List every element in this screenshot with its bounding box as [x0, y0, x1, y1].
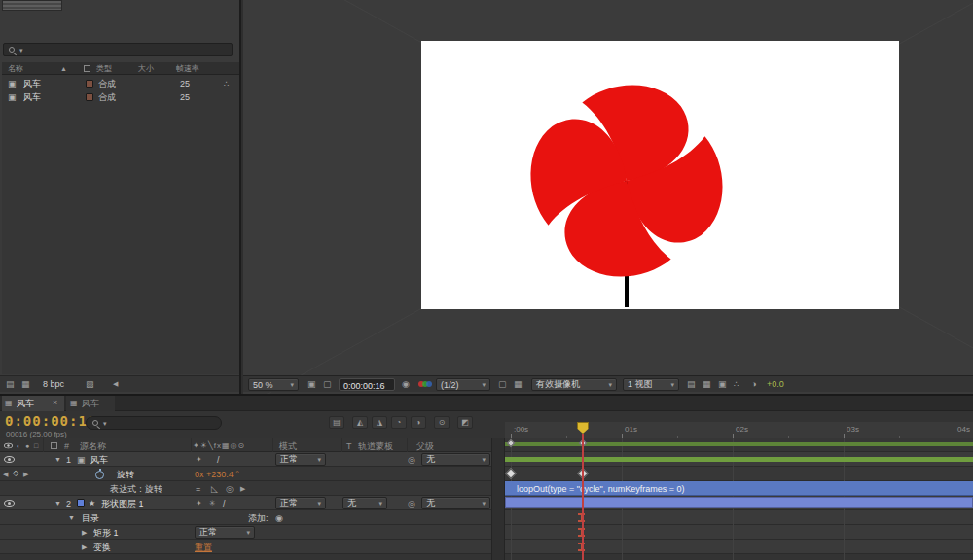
col-type[interactable]: 类型 — [96, 65, 112, 73]
group-label[interactable]: 矩形 1 — [93, 529, 119, 538]
track-matte-dropdown[interactable]: 无 ▾ — [342, 497, 387, 509]
lock-column-icon[interactable]: □ — [34, 442, 38, 449]
current-timecode[interactable]: 0:00:00:16 — [5, 414, 96, 428]
reset-link[interactable]: 重置 — [195, 543, 212, 552]
expression-enable-icon[interactable]: = — [196, 485, 200, 494]
visibility-toggle[interactable] — [4, 456, 15, 463]
expression-pickwhip-icon[interactable]: ◎ — [226, 485, 234, 494]
group-row-contents[interactable]: ▼ 目录 添加: ◉ — [0, 510, 494, 525]
auto-keyframe-icon[interactable]: ⊙ — [434, 416, 450, 429]
quality-switch-icon[interactable]: / — [223, 500, 226, 508]
property-row-expression[interactable]: 表达式：旋转 = ◺ ◎ ▶ — [0, 481, 494, 496]
layer-switches-header[interactable]: ✦☀╲fx▦◎⊙ — [193, 442, 245, 450]
property-label[interactable]: 旋转 — [117, 471, 134, 479]
group-row-transform[interactable]: ▶ 变换 重置 — [0, 540, 494, 554]
snapshot-icon[interactable]: ◉ — [402, 380, 410, 389]
col-source-name[interactable]: 源名称 — [80, 442, 106, 451]
zoom-dropdown[interactable]: 50 % ▾ — [248, 378, 299, 391]
tab-comp-active[interactable]: ▦ 风车 × — [2, 396, 64, 411]
label-column-icon[interactable] — [84, 65, 90, 72]
expression-graph-icon[interactable]: ◺ — [211, 485, 218, 494]
region-of-interest-icon[interactable]: ▢ — [498, 380, 507, 389]
layer-row-comp[interactable]: ▼ 1 ▣ 风车 ✦ / 正常 ▾ ◎ 无 ▾ — [0, 452, 494, 467]
keyframe-add-icon[interactable]: ◇ — [13, 470, 18, 477]
twirl-open-icon[interactable]: ▼ — [54, 456, 61, 463]
solo-column-icon[interactable]: ● — [25, 442, 29, 449]
twirl-open-icon[interactable]: ▼ — [54, 500, 61, 507]
project-item-row[interactable]: ▣ 风车 合成 25 ∴ — [2, 77, 239, 90]
parent-pickwhip-icon[interactable]: ◎ — [408, 500, 415, 508]
project-item-row[interactable]: ▣ 风车 合成 25 — [2, 90, 239, 104]
timeline-button-icon[interactable]: ▣ — [718, 380, 727, 389]
layer-name[interactable]: 形状图层 1 — [101, 500, 144, 508]
timeline-search[interactable]: ▾ — [86, 416, 222, 430]
blend-mode-dropdown[interactable]: 正常 ▾ — [275, 453, 326, 466]
collapse-switch-icon[interactable]: ✦ — [196, 500, 202, 508]
frame-blend-icon[interactable]: ◔ — [391, 416, 407, 429]
exposure-icon[interactable]: ◑ — [751, 380, 756, 389]
flowchart-button-icon[interactable]: ∴ — [734, 380, 739, 389]
pixel-aspect-icon[interactable]: ▤ — [687, 380, 696, 389]
rotation-value[interactable]: 0x +230.4 ° — [195, 471, 239, 479]
label-swatch[interactable] — [86, 80, 93, 88]
eye-column-icon[interactable] — [4, 443, 13, 449]
col-name[interactable]: 名称 — [8, 65, 23, 73]
tab-close-button[interactable]: × — [53, 399, 57, 407]
expression-bar[interactable]: loopOut(type = "cycle", numKeyframes = 0… — [505, 481, 973, 496]
current-time-indicator-line[interactable] — [582, 434, 584, 560]
viewer-timecode[interactable]: 0:00:00:16 — [339, 378, 395, 391]
twirl-open-icon[interactable]: ▼ — [68, 514, 75, 521]
tab-comp-inactive[interactable]: ▦ 风车 — [66, 396, 115, 411]
shy-layers-icon[interactable]: ◮ — [372, 416, 387, 429]
parent-pickwhip-icon[interactable]: ◎ — [408, 456, 415, 465]
resolution-dropdown[interactable]: (1/2) ▾ — [436, 378, 490, 391]
search-dropdown-icon[interactable]: ▾ — [103, 420, 107, 427]
new-folder-icon[interactable]: ▦ — [21, 380, 30, 389]
col-number[interactable]: # — [64, 442, 69, 451]
parent-dropdown[interactable]: 无 ▾ — [421, 453, 490, 466]
twirl-closed-icon[interactable]: ▶ — [82, 529, 87, 536]
group-row-rectangle[interactable]: ▶ 矩形 1 正常 ▾ — [0, 525, 494, 540]
search-dropdown-icon[interactable]: ▾ — [19, 47, 23, 53]
transparency-grid-icon[interactable]: ▦ — [514, 380, 523, 389]
bpc-button[interactable]: 8 bpc — [43, 380, 64, 389]
group-label[interactable]: 目录 — [82, 514, 99, 523]
layer-row-shape[interactable]: ▼ 2 ★ 形状图层 1 ✦ ✳ / 正常 ▾ 无 ▾ ◎ 无 ▾ — [0, 496, 494, 510]
active-camera-dropdown[interactable]: 有效摄像机 ▾ — [531, 378, 617, 391]
panel-tab-stub[interactable] — [2, 0, 62, 11]
quality-switch-icon[interactable]: / — [217, 456, 220, 465]
composition-canvas[interactable] — [421, 41, 899, 309]
layer-name[interactable]: 风车 — [90, 456, 108, 465]
layer-bar-shape[interactable] — [505, 497, 973, 508]
visibility-toggle[interactable] — [4, 500, 15, 507]
keyframe-prev-icon[interactable]: ◀ — [3, 471, 8, 477]
trash-icon[interactable]: ▧ — [86, 380, 94, 389]
motion-blur-icon[interactable]: ◑ — [411, 416, 426, 429]
exposure-value[interactable]: +0.0 — [767, 380, 784, 389]
col-size[interactable]: 大小 — [138, 65, 154, 73]
add-menu-icon[interactable]: ◉ — [275, 514, 283, 523]
stopwatch-icon[interactable] — [95, 471, 104, 479]
draft-3d-icon[interactable]: ◭ — [352, 416, 368, 429]
sort-asc-icon[interactable]: ▲ — [60, 65, 67, 72]
collapse-switch-icon[interactable]: ✦ — [196, 456, 202, 464]
add-button[interactable]: 添加: — [248, 514, 269, 523]
col-fps[interactable]: 帧速率 — [176, 65, 199, 73]
comp-mini-flowchart-icon[interactable]: ▤ — [329, 416, 344, 429]
property-row-rotation[interactable]: ◀ ◇ ▶ 旋转 0x +230.4 ° — [0, 467, 494, 481]
label-swatch[interactable] — [86, 93, 93, 101]
effects-switch-icon[interactable]: ✳ — [209, 500, 216, 508]
mask-visibility-icon[interactable]: ▢ — [323, 380, 332, 389]
label-swatch[interactable] — [77, 499, 85, 507]
channels-icon[interactable] — [418, 381, 432, 388]
keyframe-next-icon[interactable]: ▶ — [23, 471, 28, 477]
view-layout-dropdown[interactable]: 1 视图 ▾ — [623, 378, 679, 391]
interpret-footage-icon[interactable]: ▤ — [6, 380, 15, 389]
fast-previews-icon[interactable]: ▦ — [703, 380, 711, 389]
col-parent[interactable]: 父级 — [416, 442, 434, 451]
blend-mode-dropdown[interactable]: 正常 ▾ — [275, 497, 326, 509]
col-trkmat[interactable]: 轨道蒙板 — [358, 442, 393, 451]
panel-splitter[interactable] — [491, 438, 505, 560]
rect-blend-mode-dropdown[interactable]: 正常 ▾ — [195, 526, 255, 539]
graph-editor-icon[interactable]: ◩ — [457, 416, 473, 429]
